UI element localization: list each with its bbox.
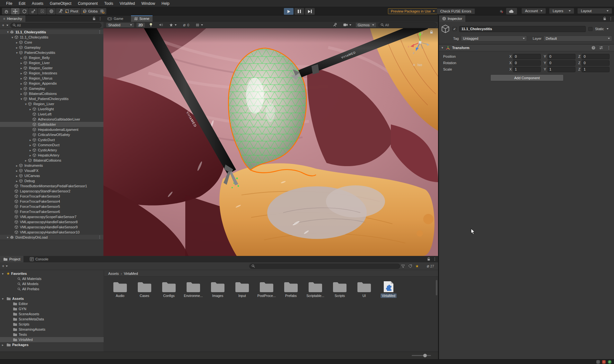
scene-search-input[interactable]: All bbox=[378, 22, 437, 28]
hierarchy-row[interactable]: ▸Region_Appendix bbox=[0, 81, 103, 86]
lock-icon[interactable] bbox=[427, 257, 430, 261]
expander-closed-icon[interactable]: ▸ bbox=[6, 235, 10, 239]
hierarchy-row[interactable]: ▸Instruments bbox=[0, 163, 103, 168]
expander-open-icon[interactable]: ▾ bbox=[6, 30, 10, 34]
expander-closed-icon[interactable]: ▸ bbox=[19, 61, 23, 65]
hierarchy-row[interactable]: ▸CommonDuct bbox=[0, 142, 103, 148]
status-grey-icon[interactable] bbox=[596, 360, 600, 364]
tree-tests[interactable]: Tests bbox=[0, 332, 104, 337]
rotate-tool-button[interactable] bbox=[20, 8, 29, 14]
hierarchy-row[interactable]: ThreeButtonMomentaryPedalFakeSensor1 bbox=[0, 183, 103, 189]
tree-editor[interactable]: Editor bbox=[0, 301, 104, 306]
move-tool-button[interactable] bbox=[11, 8, 20, 14]
expander-icon[interactable]: ▾ bbox=[2, 272, 5, 275]
search-by-label-icon[interactable] bbox=[408, 264, 412, 268]
tab-game[interactable]: Game bbox=[104, 15, 127, 22]
hierarchy-row[interactable]: ▸HepaticArtery bbox=[0, 153, 103, 158]
expander-closed-icon[interactable]: ▸ bbox=[19, 82, 23, 85]
asset-ui[interactable]: UI bbox=[352, 279, 376, 298]
hierarchy-row[interactable]: Gallbladder bbox=[0, 122, 103, 127]
hierarchy-scene-row[interactable]: ▸DontDestroyOnLoad⋮ bbox=[0, 235, 103, 240]
tree-assets-root[interactable]: ▾Assets bbox=[0, 296, 104, 301]
tree-packages[interactable]: ▸Packages bbox=[0, 342, 104, 347]
hierarchy-row[interactable]: ▸Debug bbox=[0, 178, 103, 183]
project-hidden-count[interactable]: ø 27 bbox=[427, 264, 434, 268]
hierarchy-scene-row[interactable]: ▾11.1_Cholecystitis⋮ bbox=[0, 30, 103, 35]
hierarchy-row[interactable]: ▸Gameplay bbox=[0, 86, 103, 91]
breadcrumb-assets[interactable]: Assets bbox=[108, 272, 119, 275]
hierarchy-row[interactable]: AdhesionsGallbladderLiver bbox=[0, 117, 103, 122]
check-fuse-errors-button[interactable]: Check FUSE Errors bbox=[437, 8, 475, 14]
foldout-open-icon[interactable]: ▼ bbox=[441, 46, 444, 49]
hierarchy-row[interactable]: HepatoduodenalLigament bbox=[0, 127, 103, 132]
transform-component-header[interactable]: ▼ Transform ? ⋮ bbox=[439, 44, 614, 51]
gizmos-dropdown[interactable]: Gizmos bbox=[355, 22, 376, 28]
hierarchy-row[interactable]: ▸Region_Belly bbox=[0, 55, 103, 60]
hierarchy-row[interactable]: ▸BilateralCollisions bbox=[0, 158, 103, 163]
scale-x-field[interactable]: 1 bbox=[513, 67, 541, 72]
tree-virtamed[interactable]: VirtaMed bbox=[0, 337, 104, 342]
tree-gyn[interactable]: GYN bbox=[0, 306, 104, 311]
account-dropdown[interactable]: Account bbox=[522, 8, 546, 14]
search-by-type-icon[interactable] bbox=[401, 264, 405, 268]
position-z-field[interactable]: 0 bbox=[582, 54, 610, 59]
hierarchy-row[interactable]: ▸CysticArtery bbox=[0, 148, 103, 153]
rotation-y-field[interactable]: 0 bbox=[548, 60, 575, 66]
hierarchy-row[interactable]: VMLaparoscopyHandleFakeSensor10 bbox=[0, 230, 103, 235]
shading-mode-dropdown[interactable]: Shaded bbox=[106, 22, 134, 28]
scene-camera-dropdown[interactable] bbox=[341, 22, 354, 28]
chevron-down-icon[interactable] bbox=[607, 28, 609, 30]
hierarchy-row[interactable]: ▸Core bbox=[0, 40, 103, 45]
asset-images[interactable]: Images bbox=[206, 279, 230, 298]
asset-configs[interactable]: Configs bbox=[157, 279, 181, 298]
hierarchy-row[interactable]: VMLaparoscopyHandleFakeSensor8 bbox=[0, 219, 103, 224]
scale-z-field[interactable]: 1 bbox=[582, 67, 610, 72]
add-gameobject-button[interactable]: + bbox=[2, 24, 4, 27]
lock-icon[interactable] bbox=[603, 17, 606, 21]
layout-dropdown[interactable]: Layout bbox=[577, 8, 612, 14]
tree-streamingassets[interactable]: StreamingAssets bbox=[0, 327, 104, 332]
kebab-menu-icon[interactable]: ⋮ bbox=[98, 235, 101, 239]
kebab-menu-icon[interactable]: ⋮ bbox=[98, 16, 102, 21]
asset-scripts[interactable]: Scripts bbox=[328, 279, 352, 298]
position-x-field[interactable]: 0 bbox=[513, 54, 541, 59]
tree-sceneassets[interactable]: SceneAssets bbox=[0, 311, 104, 317]
scene-tools-button[interactable] bbox=[330, 22, 339, 28]
rect-tool-button[interactable] bbox=[38, 8, 47, 14]
scene-visibility-toggle[interactable]: ø 0 bbox=[181, 22, 191, 28]
expander-closed-icon[interactable]: ▸ bbox=[28, 148, 32, 152]
menu-file[interactable]: File bbox=[3, 1, 15, 6]
expander-closed-icon[interactable]: ▸ bbox=[28, 143, 32, 147]
tab-inspector[interactable]: Inspector bbox=[439, 15, 465, 22]
hierarchy-row[interactable]: ▸VisualFX bbox=[0, 168, 103, 173]
tree-favorites[interactable]: ▾★Favorites bbox=[0, 271, 104, 276]
grid-snapping-toggle[interactable] bbox=[98, 8, 106, 14]
grid-scrollbar[interactable] bbox=[436, 280, 437, 295]
menu-edit[interactable]: Edit bbox=[16, 1, 28, 6]
expander-closed-icon[interactable]: ▸ bbox=[28, 138, 32, 142]
expander-closed-icon[interactable]: ▸ bbox=[15, 174, 19, 178]
chevron-down-icon[interactable] bbox=[6, 266, 8, 267]
expander-closed-icon[interactable]: ▸ bbox=[19, 66, 23, 70]
menu-window[interactable]: Window bbox=[138, 1, 158, 6]
chevron-down-icon[interactable] bbox=[6, 25, 8, 26]
saved-search-star-icon[interactable]: ★ bbox=[415, 265, 419, 268]
tab-scene[interactable]: Scene bbox=[131, 15, 153, 22]
tree-all-models[interactable]: All Models bbox=[0, 281, 104, 286]
active-checkbox[interactable]: ✓ bbox=[452, 27, 457, 31]
position-y-field[interactable]: 0 bbox=[548, 54, 575, 59]
menu-component[interactable]: Component bbox=[75, 1, 101, 6]
expander-open-icon[interactable]: ▾ bbox=[15, 51, 19, 55]
asset-prefabs[interactable]: Prefabs bbox=[279, 279, 303, 298]
tag-dropdown[interactable]: Untagged bbox=[461, 36, 527, 41]
menu-assets[interactable]: Assets bbox=[29, 1, 46, 6]
asset-postproce[interactable]: PostProce... bbox=[254, 279, 279, 298]
hierarchy-row[interactable]: ▾PatientCholecystitis bbox=[0, 50, 103, 55]
hierarchy-row[interactable]: CriticalViewOfSafety bbox=[0, 132, 103, 137]
static-checkbox[interactable] bbox=[588, 27, 592, 31]
hierarchy-row[interactable]: ForceTrocarFakeSensor6 bbox=[0, 209, 103, 214]
layer-dropdown[interactable]: Default bbox=[543, 36, 612, 41]
kebab-menu-icon[interactable]: ⋮ bbox=[433, 257, 437, 261]
play-button[interactable] bbox=[284, 8, 294, 15]
tree-scripts[interactable]: Scripts bbox=[0, 322, 104, 327]
